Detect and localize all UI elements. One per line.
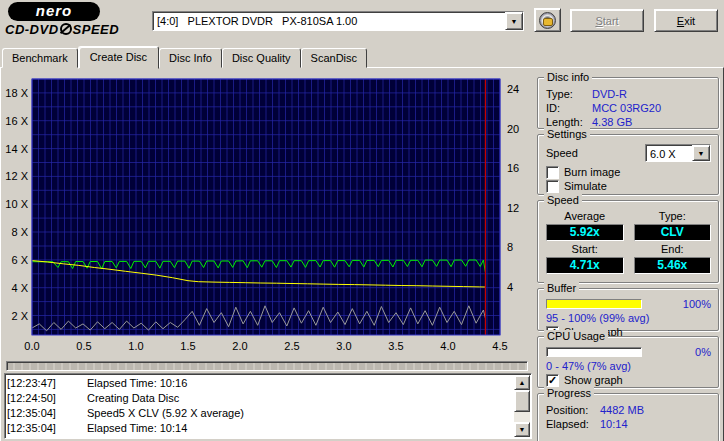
tab-create-disc[interactable]: Create Disc xyxy=(78,46,159,69)
product-logo: CD-DVDSPEED xyxy=(5,22,119,37)
overall-progress-bar xyxy=(6,361,528,371)
buffer-range: 95 - 100% (99% avg) xyxy=(546,312,711,325)
svg-text:4.0: 4.0 xyxy=(440,340,455,352)
svg-text:2 X: 2 X xyxy=(11,310,28,322)
svg-text:6 X: 6 X xyxy=(11,254,28,266)
disc-tray-button[interactable] xyxy=(534,8,561,32)
progress-panel: Progress Position:4482 MB Elapsed:10:14 xyxy=(537,393,719,441)
progress-title: Progress xyxy=(544,387,594,399)
svg-text:2.0: 2.0 xyxy=(232,340,247,352)
cpu-usage-title: CPU Usage xyxy=(544,330,608,342)
scrollbar-thumb[interactable] xyxy=(514,390,530,412)
speed-type-value: CLV xyxy=(634,224,712,241)
start-speed-value: 4.71x xyxy=(546,257,624,274)
disc-type-row: Type:DVD-R xyxy=(546,87,711,101)
svg-text:4: 4 xyxy=(507,281,513,293)
end-label: End: xyxy=(634,243,712,255)
disc-info-panel: Disc info Type:DVD-R ID:MCC 03RG20 Lengt… xyxy=(537,77,719,129)
disc-icon xyxy=(539,12,556,29)
chevron-down-icon[interactable]: ▼ xyxy=(505,12,523,30)
drive-select-value[interactable]: [4:0] PLEXTOR DVDR PX-810SA 1.00 xyxy=(153,12,505,30)
write-speed-chart: 18 X16 X14 X12 X10 X8 X6 X4 X2 X0.00.51.… xyxy=(2,73,534,367)
tab-scandisc[interactable]: ScanDisc xyxy=(301,48,367,68)
cpu-percent: 0% xyxy=(695,346,711,358)
start-label: Start: xyxy=(546,243,624,255)
hand-icon xyxy=(543,18,553,26)
disc-length-label: Length: xyxy=(546,115,592,129)
disc-id-value: MCC 03RG20 xyxy=(592,101,661,115)
simulate-label: Simulate xyxy=(564,179,607,193)
speed-panel-title: Speed xyxy=(544,194,582,206)
cpu-usage-panel: CPU Usage 0% 0 - 47% (7% avg) Show graph xyxy=(537,336,719,388)
svg-text:0.5: 0.5 xyxy=(76,340,91,352)
log-scrollbar[interactable]: ▲ ▼ xyxy=(514,375,530,437)
disc-length-value: 4.38 GB xyxy=(592,115,632,129)
log-time: [12:23:47] xyxy=(7,376,87,391)
cpu-bar xyxy=(546,347,642,357)
log-line: [12:35:04]Speed5 X CLV (5.92 X average) xyxy=(7,406,513,421)
start-button[interactable]: Start xyxy=(570,9,644,32)
disc-logo-icon xyxy=(60,23,72,35)
tab-disc-quality[interactable]: Disc Quality xyxy=(222,48,301,68)
svg-text:12 X: 12 X xyxy=(5,170,28,182)
svg-text:2.5: 2.5 xyxy=(284,340,299,352)
disc-id-row: ID:MCC 03RG20 xyxy=(546,101,711,115)
chevron-down-icon[interactable]: ▼ xyxy=(692,145,710,161)
buffer-panel: Buffer 100% 95 - 100% (99% avg) Show gra… xyxy=(537,288,719,331)
elapsed-row: Elapsed:10:14 xyxy=(546,417,711,431)
speed-select[interactable]: 6.0 X ▼ xyxy=(645,144,711,162)
tab-benchmark[interactable]: Benchmark xyxy=(2,48,78,68)
simulate-checkbox[interactable]: Simulate xyxy=(546,179,711,193)
burn-image-checkbox[interactable]: Burn image xyxy=(546,165,711,179)
tab-bar: Benchmark Create Disc Disc Info Disc Qua… xyxy=(2,47,367,68)
svg-text:3.5: 3.5 xyxy=(388,340,403,352)
svg-text:8 X: 8 X xyxy=(11,226,28,238)
log-time: [12:24:50] xyxy=(7,391,87,406)
svg-text:3.0: 3.0 xyxy=(336,340,351,352)
disc-type-value: DVD-R xyxy=(592,87,627,101)
checkbox-box[interactable] xyxy=(546,166,559,179)
average-label: Average xyxy=(546,210,624,222)
position-row: Position:4482 MB xyxy=(546,403,711,417)
log-text: Speed5 X CLV (5.92 X average) xyxy=(87,407,244,419)
settings-title: Settings xyxy=(544,128,590,140)
checkbox-box[interactable] xyxy=(546,374,559,387)
svg-text:16: 16 xyxy=(507,162,519,174)
checkbox-box[interactable] xyxy=(546,180,559,193)
position-label: Position: xyxy=(546,403,600,417)
elapsed-label: Elapsed: xyxy=(546,417,600,431)
scroll-down-icon[interactable]: ▼ xyxy=(514,422,530,437)
speed-select-value[interactable]: 6.0 X xyxy=(646,145,692,161)
log-text: Elapsed Time: 10:16 xyxy=(87,377,187,389)
log-line: [12:23:47]Elapsed Time: 10:16 xyxy=(7,376,513,391)
svg-text:8: 8 xyxy=(507,241,513,253)
disc-type-label: Type: xyxy=(546,87,592,101)
end-speed-value: 5.46x xyxy=(634,257,712,274)
scroll-up-icon[interactable]: ▲ xyxy=(514,375,530,390)
drive-select[interactable]: [4:0] PLEXTOR DVDR PX-810SA 1.00 ▼ xyxy=(152,11,524,31)
svg-text:12: 12 xyxy=(507,202,519,214)
buffer-bar-fill xyxy=(547,300,641,308)
cpu-show-graph-checkbox[interactable]: Show graph xyxy=(546,373,711,387)
log-time: [12:35:04] xyxy=(7,421,87,436)
log-line: [12:24:50]Creating Data Disc xyxy=(7,391,513,406)
tab-disc-info[interactable]: Disc Info xyxy=(159,48,222,68)
position-value: 4482 MB xyxy=(600,403,644,417)
exit-button[interactable]: Exit xyxy=(654,9,718,32)
log-time: [12:35:04] xyxy=(7,406,87,421)
product-logo-right: SPEED xyxy=(73,22,120,37)
svg-text:18 X: 18 X xyxy=(5,87,28,99)
svg-text:4.5: 4.5 xyxy=(492,340,507,352)
svg-text:4 X: 4 X xyxy=(11,282,28,294)
info-column: Disc info Type:DVD-R ID:MCC 03RG20 Lengt… xyxy=(537,77,719,441)
log-text: Creating Data Disc xyxy=(87,392,179,404)
svg-text:24: 24 xyxy=(507,83,519,95)
speed-panel: Speed Average Type: 5.92x CLV Start: End… xyxy=(537,200,719,283)
disc-length-row: Length:4.38 GB xyxy=(546,115,711,129)
app-window: nero CD-DVDSPEED [4:0] PLEXTOR DVDR PX-8… xyxy=(0,0,724,441)
disc-id-label: ID: xyxy=(546,101,592,115)
type-label: Type: xyxy=(634,210,712,222)
show-graph-label: Show graph xyxy=(564,373,623,387)
nero-logo: nero xyxy=(8,2,100,21)
disc-info-title: Disc info xyxy=(544,71,592,83)
